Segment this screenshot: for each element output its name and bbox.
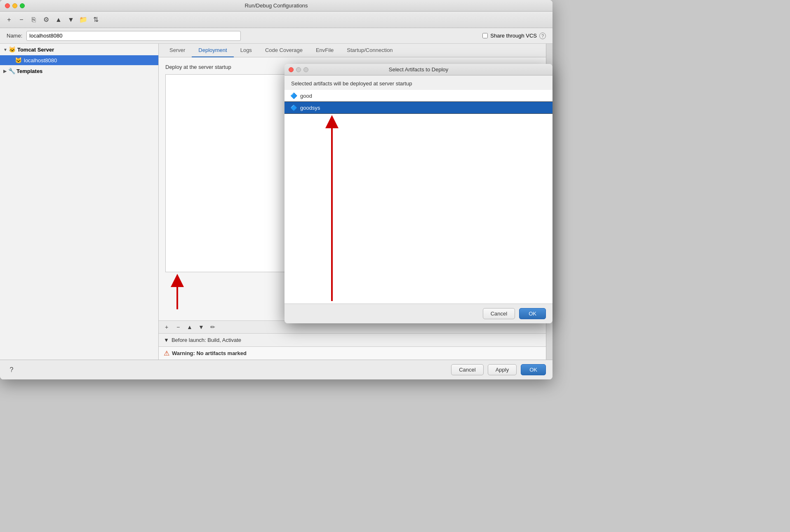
artifacts-modal: Select Artifacts to Deploy Selected arti… [284, 64, 553, 323]
tab-logs[interactable]: Logs [234, 44, 259, 57]
settings-button[interactable]: ⚙ [41, 15, 51, 25]
modal-cancel-button[interactable]: Cancel [483, 308, 515, 319]
artifact-item-goodsys[interactable]: 🔷 goodsys [284, 102, 553, 114]
deploy-up-button[interactable]: ▲ [185, 322, 194, 332]
artifact-good-icon: 🔷 [290, 92, 297, 99]
artifact-goodsys-label: goodsys [300, 105, 320, 111]
traffic-lights [5, 3, 25, 8]
warning-text: Warning: No artifacts marked [172, 350, 247, 356]
modal-maximize-button[interactable] [303, 67, 308, 72]
deploy-edit-button[interactable]: ✏ [208, 322, 217, 332]
modal-title-bar: Select Artifacts to Deploy [284, 64, 553, 75]
modal-footer: Cancel OK [284, 304, 553, 323]
warning-row: ⚠ Warning: No artifacts marked [159, 346, 546, 360]
deploy-add-button[interactable]: + [162, 322, 171, 332]
help-button[interactable]: ? [7, 365, 16, 375]
remove-config-button[interactable]: − [16, 15, 26, 25]
cancel-button[interactable]: Cancel [451, 364, 483, 375]
move-down-button[interactable]: ▼ [66, 15, 76, 25]
toolbar: + − ⎘ ⚙ ▲ ▼ 📁 ⇅ [0, 12, 553, 28]
expand-arrow-tomcat: ▼ [3, 47, 7, 52]
tomcat-icon: 🐱 [9, 46, 16, 53]
before-launch-label: Before launch: Build, Activate [172, 337, 241, 343]
sort-button[interactable]: ⇅ [91, 15, 101, 25]
bottom-bar: ? Cancel Apply OK [0, 360, 553, 379]
modal-minimize-button[interactable] [296, 67, 301, 72]
templates-icon: 🔧 [8, 68, 15, 74]
tab-envfile[interactable]: EnvFile [309, 44, 340, 57]
help-icon[interactable]: ? [539, 33, 546, 39]
tabs-bar: Server Deployment Logs Code Coverage Env… [159, 44, 546, 57]
deploy-remove-button[interactable]: − [174, 322, 183, 332]
modal-traffic-lights [289, 67, 308, 72]
name-input[interactable] [26, 31, 241, 41]
localhost-icon: 🐱 [15, 57, 21, 64]
warning-icon: ⚠ [164, 349, 169, 357]
ok-button[interactable]: OK [521, 364, 546, 375]
sidebar-group-tomcat-label: Tomcat Server [17, 47, 54, 53]
artifact-item-good[interactable]: 🔷 good [284, 90, 553, 102]
artifact-list-empty-area [284, 114, 553, 304]
artifact-good-label: good [300, 93, 312, 99]
bottom-bar-right: Cancel Apply OK [451, 364, 546, 375]
maximize-button[interactable] [20, 3, 25, 8]
tab-server[interactable]: Server [163, 44, 192, 57]
modal-subtitle: Selected artifacts will be deployed at s… [284, 75, 553, 90]
bottom-bar-left: ? [7, 365, 16, 375]
artifact-goodsys-icon: 🔷 [290, 104, 297, 111]
add-config-button[interactable]: + [4, 15, 14, 25]
collapse-arrow: ▼ [164, 337, 169, 343]
deploy-down-button[interactable]: ▼ [197, 322, 206, 332]
modal-title: Select Artifacts to Deploy [389, 66, 449, 73]
window-title: Run/Debug Configurations [245, 2, 308, 9]
modal-ok-button[interactable]: OK [519, 308, 546, 319]
sidebar-group-tomcat[interactable]: ▼ 🐱 Tomcat Server [0, 44, 158, 55]
sidebar-item-localhost[interactable]: 🐱 localhost8080 [0, 55, 158, 65]
expand-arrow-templates: ▶ [3, 69, 7, 73]
share-vcs-area: Share through VCS ? [482, 33, 546, 39]
share-vcs-checkbox[interactable] [482, 33, 488, 38]
sidebar: ▼ 🐱 Tomcat Server 🐱 localhost8080 ▶ 🔧 Te… [0, 44, 159, 360]
before-launch-row: ▼ Before launch: Build, Activate [159, 333, 546, 346]
name-row: Name: Share through VCS ? [0, 28, 553, 44]
sidebar-item-localhost-label: localhost8080 [24, 57, 57, 64]
tab-startup-connection[interactable]: Startup/Connection [340, 44, 399, 57]
artifact-list: 🔷 good 🔷 goodsys [284, 90, 553, 304]
share-vcs-label: Share through VCS [490, 33, 537, 39]
sidebar-group-templates[interactable]: ▶ 🔧 Templates [0, 65, 158, 77]
move-up-button[interactable]: ▲ [54, 15, 63, 25]
title-bar: Run/Debug Configurations [0, 0, 553, 12]
minimize-button[interactable] [12, 3, 17, 8]
close-button[interactable] [5, 3, 10, 8]
apply-button[interactable]: Apply [488, 364, 517, 375]
name-label: Name: [7, 33, 22, 39]
sidebar-group-templates-label: Templates [16, 68, 42, 74]
tab-code-coverage[interactable]: Code Coverage [259, 44, 309, 57]
tab-deployment[interactable]: Deployment [192, 44, 233, 57]
modal-close-button[interactable] [289, 67, 294, 72]
folder-button[interactable]: 📁 [78, 15, 88, 25]
copy-config-button[interactable]: ⎘ [29, 15, 39, 25]
